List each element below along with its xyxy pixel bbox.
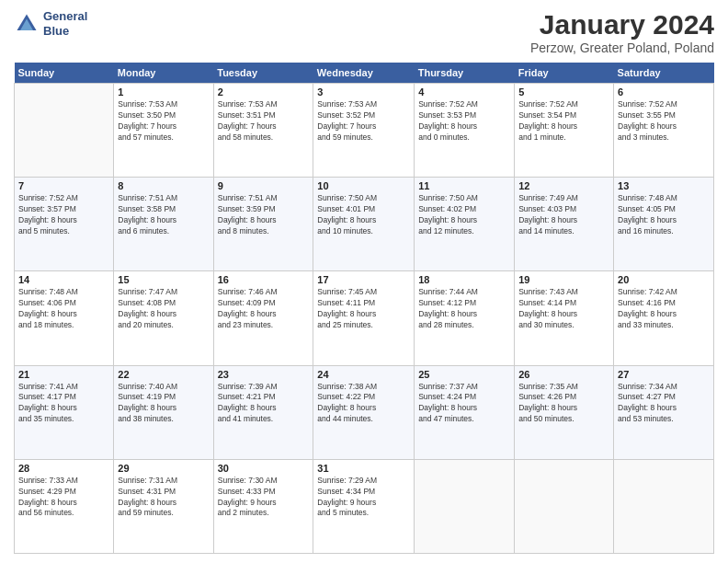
day-info: Sunrise: 7:48 AM Sunset: 4:05 PM Dayligh…: [618, 193, 710, 237]
day-info: Sunrise: 7:46 AM Sunset: 4:09 PM Dayligh…: [218, 287, 310, 331]
calendar-week-row: 7Sunrise: 7:52 AM Sunset: 3:57 PM Daylig…: [15, 178, 714, 271]
day-info: Sunrise: 7:53 AM Sunset: 3:52 PM Dayligh…: [317, 99, 410, 144]
day-info: Sunrise: 7:49 AM Sunset: 4:03 PM Dayligh…: [518, 193, 609, 237]
day-number: 18: [418, 274, 510, 285]
calendar-cell: 3Sunrise: 7:53 AM Sunset: 3:52 PM Daylig…: [313, 84, 415, 178]
day-number: 31: [317, 463, 410, 474]
calendar-cell: 15Sunrise: 7:47 AM Sunset: 4:08 PM Dayli…: [114, 271, 213, 365]
calendar-cell: 19Sunrise: 7:43 AM Sunset: 4:14 PM Dayli…: [515, 271, 614, 365]
calendar-cell: [515, 459, 614, 553]
logo: General Blue: [14, 9, 87, 38]
day-info: Sunrise: 7:39 AM Sunset: 4:21 PM Dayligh…: [218, 382, 310, 426]
calendar-cell: 20Sunrise: 7:42 AM Sunset: 4:16 PM Dayli…: [614, 271, 714, 365]
day-number: 17: [317, 274, 410, 285]
header: General Blue January 2024 Perzow, Greate…: [14, 9, 714, 55]
calendar-week-row: 1Sunrise: 7:53 AM Sunset: 3:50 PM Daylig…: [15, 84, 714, 178]
calendar-cell: 5Sunrise: 7:52 AM Sunset: 3:54 PM Daylig…: [515, 84, 614, 178]
day-number: 23: [218, 369, 310, 380]
day-number: 26: [518, 369, 609, 380]
day-info: Sunrise: 7:50 AM Sunset: 4:01 PM Dayligh…: [317, 193, 410, 237]
calendar-cell: 24Sunrise: 7:38 AM Sunset: 4:22 PM Dayli…: [313, 365, 415, 459]
day-number: 27: [618, 369, 710, 380]
calendar-cell: 26Sunrise: 7:35 AM Sunset: 4:26 PM Dayli…: [515, 365, 614, 459]
calendar-cell: 1Sunrise: 7:53 AM Sunset: 3:50 PM Daylig…: [114, 84, 213, 178]
logo-icon: [14, 11, 40, 37]
day-number: 2: [218, 86, 310, 98]
day-number: 10: [317, 180, 410, 191]
logo-text: General Blue: [43, 9, 87, 38]
day-info: Sunrise: 7:53 AM Sunset: 3:51 PM Dayligh…: [218, 99, 310, 144]
day-number: 30: [218, 463, 310, 474]
calendar-cell: 16Sunrise: 7:46 AM Sunset: 4:09 PM Dayli…: [213, 271, 313, 365]
day-info: Sunrise: 7:53 AM Sunset: 3:50 PM Dayligh…: [118, 99, 209, 144]
day-info: Sunrise: 7:45 AM Sunset: 4:11 PM Dayligh…: [317, 287, 410, 331]
calendar-cell: 25Sunrise: 7:37 AM Sunset: 4:24 PM Dayli…: [415, 365, 515, 459]
day-info: Sunrise: 7:52 AM Sunset: 3:54 PM Dayligh…: [518, 99, 609, 144]
day-number: 25: [418, 369, 510, 380]
day-number: 11: [418, 180, 510, 191]
day-info: Sunrise: 7:37 AM Sunset: 4:24 PM Dayligh…: [418, 382, 510, 426]
calendar-cell: 18Sunrise: 7:44 AM Sunset: 4:12 PM Dayli…: [415, 271, 515, 365]
day-number: 16: [218, 274, 310, 285]
day-number: 12: [518, 180, 609, 191]
day-info: Sunrise: 7:34 AM Sunset: 4:27 PM Dayligh…: [618, 382, 710, 426]
day-number: 20: [618, 274, 710, 285]
day-number: 3: [317, 86, 410, 98]
calendar-cell: 2Sunrise: 7:53 AM Sunset: 3:51 PM Daylig…: [213, 84, 313, 178]
day-info: Sunrise: 7:38 AM Sunset: 4:22 PM Dayligh…: [317, 382, 410, 426]
calendar-cell: 22Sunrise: 7:40 AM Sunset: 4:19 PM Dayli…: [114, 365, 213, 459]
day-info: Sunrise: 7:42 AM Sunset: 4:16 PM Dayligh…: [618, 287, 710, 331]
day-number: 4: [418, 86, 510, 98]
calendar-cell: 28Sunrise: 7:33 AM Sunset: 4:29 PM Dayli…: [15, 459, 114, 553]
day-number: 22: [118, 369, 209, 380]
calendar-week-row: 21Sunrise: 7:41 AM Sunset: 4:17 PM Dayli…: [15, 365, 714, 459]
day-info: Sunrise: 7:43 AM Sunset: 4:14 PM Dayligh…: [518, 287, 609, 331]
day-number: 6: [618, 86, 710, 98]
calendar-week-row: 28Sunrise: 7:33 AM Sunset: 4:29 PM Dayli…: [15, 459, 714, 553]
calendar-week-row: 14Sunrise: 7:48 AM Sunset: 4:06 PM Dayli…: [15, 271, 714, 365]
day-number: 15: [118, 274, 209, 285]
day-number: 19: [518, 274, 609, 285]
day-number: 24: [317, 369, 410, 380]
day-info: Sunrise: 7:31 AM Sunset: 4:31 PM Dayligh…: [118, 476, 209, 520]
calendar-cell: 31Sunrise: 7:29 AM Sunset: 4:34 PM Dayli…: [313, 459, 415, 553]
col-monday: Monday: [114, 63, 213, 84]
calendar-cell: [15, 84, 114, 178]
calendar-cell: 7Sunrise: 7:52 AM Sunset: 3:57 PM Daylig…: [15, 178, 114, 271]
page: General Blue January 2024 Perzow, Greate…: [0, 0, 728, 563]
calendar-cell: 21Sunrise: 7:41 AM Sunset: 4:17 PM Dayli…: [15, 365, 114, 459]
calendar-cell: 30Sunrise: 7:30 AM Sunset: 4:33 PM Dayli…: [213, 459, 313, 553]
day-number: 14: [18, 274, 109, 285]
col-sunday: Sunday: [15, 63, 114, 84]
title-section: January 2024 Perzow, Greater Poland, Pol…: [530, 9, 714, 55]
day-number: 8: [118, 180, 209, 191]
day-number: 5: [518, 86, 609, 98]
calendar-cell: 27Sunrise: 7:34 AM Sunset: 4:27 PM Dayli…: [614, 365, 714, 459]
day-info: Sunrise: 7:47 AM Sunset: 4:08 PM Dayligh…: [118, 287, 209, 331]
calendar-cell: 6Sunrise: 7:52 AM Sunset: 3:55 PM Daylig…: [614, 84, 714, 178]
day-info: Sunrise: 7:41 AM Sunset: 4:17 PM Dayligh…: [18, 382, 109, 426]
calendar-cell: 10Sunrise: 7:50 AM Sunset: 4:01 PM Dayli…: [313, 178, 415, 271]
day-info: Sunrise: 7:48 AM Sunset: 4:06 PM Dayligh…: [18, 287, 109, 331]
calendar-header-row: Sunday Monday Tuesday Wednesday Thursday…: [15, 63, 714, 84]
calendar-cell: 4Sunrise: 7:52 AM Sunset: 3:53 PM Daylig…: [415, 84, 515, 178]
day-info: Sunrise: 7:30 AM Sunset: 4:33 PM Dayligh…: [218, 476, 310, 520]
day-info: Sunrise: 7:50 AM Sunset: 4:02 PM Dayligh…: [418, 193, 510, 237]
calendar-table: Sunday Monday Tuesday Wednesday Thursday…: [14, 63, 714, 554]
day-number: 13: [618, 180, 710, 191]
calendar-cell: 11Sunrise: 7:50 AM Sunset: 4:02 PM Dayli…: [415, 178, 515, 271]
col-saturday: Saturday: [614, 63, 714, 84]
calendar-cell: 17Sunrise: 7:45 AM Sunset: 4:11 PM Dayli…: [313, 271, 415, 365]
day-info: Sunrise: 7:29 AM Sunset: 4:34 PM Dayligh…: [317, 476, 410, 520]
col-wednesday: Wednesday: [313, 63, 415, 84]
day-info: Sunrise: 7:52 AM Sunset: 3:57 PM Dayligh…: [18, 193, 109, 237]
calendar-cell: 29Sunrise: 7:31 AM Sunset: 4:31 PM Dayli…: [114, 459, 213, 553]
calendar-cell: 13Sunrise: 7:48 AM Sunset: 4:05 PM Dayli…: [614, 178, 714, 271]
calendar-cell: 23Sunrise: 7:39 AM Sunset: 4:21 PM Dayli…: [213, 365, 313, 459]
calendar-cell: [614, 459, 714, 553]
calendar-cell: 9Sunrise: 7:51 AM Sunset: 3:59 PM Daylig…: [213, 178, 313, 271]
day-number: 7: [18, 180, 109, 191]
calendar-cell: [415, 459, 515, 553]
calendar-cell: 14Sunrise: 7:48 AM Sunset: 4:06 PM Dayli…: [15, 271, 114, 365]
day-info: Sunrise: 7:51 AM Sunset: 3:59 PM Dayligh…: [218, 193, 310, 237]
